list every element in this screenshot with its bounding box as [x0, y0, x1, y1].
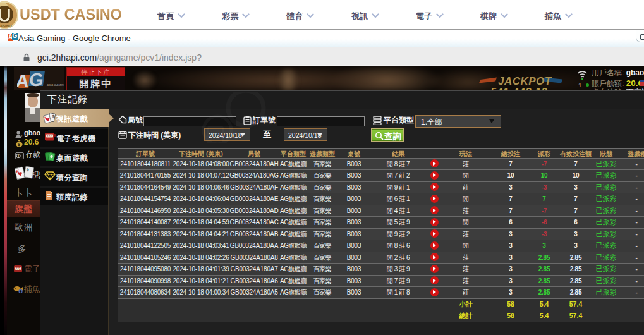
svg-text:ASIA GAMING: ASIA GAMING: [46, 83, 64, 87]
svg-text:777: 777: [47, 135, 52, 138]
svg-text:G: G: [28, 70, 45, 90]
svg-text:777: 777: [16, 267, 21, 271]
svg-text:1: 1: [17, 154, 20, 158]
svg-text:JACKPOT: JACKPOT: [498, 75, 552, 87]
svg-text:$: $: [18, 142, 20, 147]
svg-text:CASINO: CASINO: [0, 24, 12, 28]
